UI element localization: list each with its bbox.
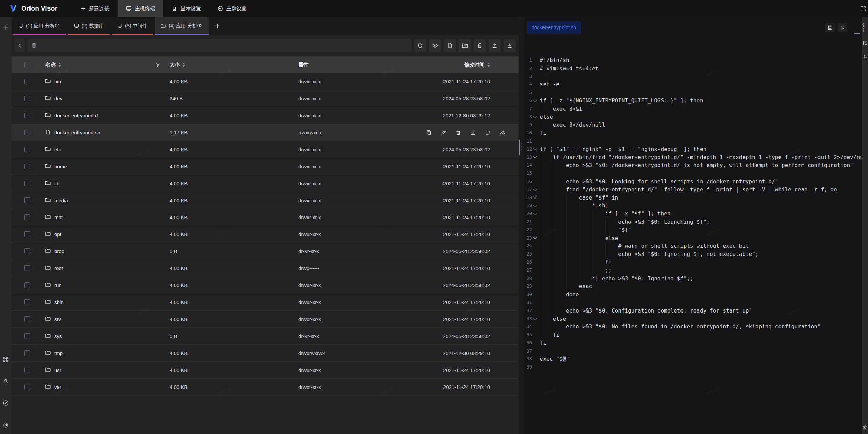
back-icon[interactable] xyxy=(15,39,25,52)
table-row[interactable]: run 4.00 KB drwxr-xr-x 2024-05-28 23:58:… xyxy=(12,277,519,294)
row-checkbox[interactable] xyxy=(24,367,30,373)
copy-icon[interactable] xyxy=(426,130,432,135)
table-row[interactable]: sys 0 B dr-xr-xr-x 2024-05-28 23:58:02 xyxy=(12,328,519,345)
fold-chevron-icon[interactable] xyxy=(532,250,538,258)
table-row[interactable]: media 4.00 KB drwxr-xr-x 2021-11-24 17:2… xyxy=(12,192,519,209)
table-row[interactable]: mnt 4.00 KB drwxr-xr-x 2021-11-24 17:20:… xyxy=(12,209,519,226)
table-row[interactable]: proc 0 B dr-xr-xr-x 2024-05-28 23:58:02 xyxy=(12,243,519,260)
menu-display-settings[interactable]: 显示设置 xyxy=(163,0,209,17)
path-input[interactable] xyxy=(39,42,407,49)
command-icon[interactable]: ⌘ xyxy=(2,356,9,363)
fold-chevron-icon[interactable] xyxy=(532,129,538,137)
row-checkbox[interactable] xyxy=(24,350,30,356)
fold-chevron-icon[interactable] xyxy=(532,137,538,145)
fold-chevron-icon[interactable] xyxy=(532,275,538,283)
row-checkbox[interactable] xyxy=(24,164,30,169)
fold-chevron-icon[interactable] xyxy=(532,210,538,218)
fold-chevron-icon[interactable] xyxy=(532,153,538,162)
upload-icon[interactable] xyxy=(489,39,501,52)
row-checkbox[interactable] xyxy=(24,96,30,101)
tab-session-2[interactable]: (2) 数据库 xyxy=(68,17,110,35)
menu-host-terminal[interactable]: 主机终端 xyxy=(118,0,163,17)
row-checkbox[interactable] xyxy=(24,79,30,84)
close-icon[interactable] xyxy=(838,23,847,32)
code-editor[interactable]: 1 #!/bin/sh 2 # vim:sw=4:ts=4:et 3 4 set… xyxy=(525,56,862,434)
add-icon[interactable] xyxy=(2,23,10,31)
save-icon[interactable] xyxy=(825,23,835,32)
sort-icon[interactable] xyxy=(182,63,185,67)
fold-chevron-icon[interactable] xyxy=(532,307,538,315)
select-all-checkbox[interactable] xyxy=(24,62,30,68)
fold-chevron-icon[interactable] xyxy=(532,56,538,64)
screenshot-camera-icon[interactable] xyxy=(863,425,868,430)
table-scrollbar-thumb[interactable] xyxy=(519,140,520,155)
fold-chevron-icon[interactable] xyxy=(532,73,538,81)
fold-chevron-icon[interactable] xyxy=(532,242,538,250)
download-icon[interactable] xyxy=(504,39,516,52)
row-checkbox[interactable] xyxy=(24,214,30,220)
table-row[interactable]: var 4.00 KB drwxr-xr-x 2021-11-24 17:20:… xyxy=(12,379,519,396)
fullscreen-icon[interactable] xyxy=(859,4,867,13)
row-checkbox[interactable] xyxy=(24,147,30,152)
row-checkbox[interactable] xyxy=(24,231,30,237)
row-checkbox[interactable] xyxy=(24,248,30,254)
fold-chevron-icon[interactable] xyxy=(532,186,538,194)
table-row[interactable]: tmp 4.00 KB drwxrwxrwx 2021-12-30 03:29:… xyxy=(12,345,519,362)
divider-drag-handle[interactable] xyxy=(521,143,522,150)
menu-theme-settings[interactable]: 主题设置 xyxy=(209,0,255,17)
fold-chevron-icon[interactable] xyxy=(532,169,538,177)
table-row[interactable]: srv 4.00 KB drwxr-xr-x 2021-11-24 17:20:… xyxy=(12,311,519,328)
table-row[interactable]: docker-entrypoint.sh 1.17 KB -rwxrwxr-x xyxy=(12,124,519,141)
column-header-size[interactable]: 大小 xyxy=(170,56,185,73)
delete-trash-icon[interactable] xyxy=(474,39,486,52)
sort-icon[interactable] xyxy=(58,63,61,67)
fold-chevron-icon[interactable] xyxy=(532,282,538,290)
delete-trash-icon[interactable] xyxy=(456,130,461,135)
gear-icon[interactable] xyxy=(2,421,10,429)
row-checkbox[interactable] xyxy=(24,265,30,271)
fold-chevron-icon[interactable] xyxy=(532,202,538,210)
table-row[interactable]: usr 4.00 KB drwxr-xr-x 2021-11-24 17:20:… xyxy=(12,362,519,379)
fold-chevron-icon[interactable] xyxy=(532,121,538,129)
table-row[interactable]: bin 4.00 KB drwxr-xr-x 2021-11-24 17:20:… xyxy=(12,73,519,90)
fold-chevron-icon[interactable] xyxy=(532,177,538,186)
row-checkbox[interactable] xyxy=(24,181,30,186)
new-tab-icon[interactable] xyxy=(211,17,225,35)
row-checkbox[interactable] xyxy=(24,384,30,390)
fold-chevron-icon[interactable] xyxy=(532,218,538,226)
fold-chevron-icon[interactable] xyxy=(532,194,538,202)
doc-bookmark-icon[interactable] xyxy=(863,41,868,46)
refresh-icon[interactable] xyxy=(414,39,426,52)
table-row[interactable]: sbin 4.00 KB drwxr-xr-x 2021-11-24 17:20… xyxy=(12,294,519,311)
table-row[interactable]: etc 4.00 KB drwxr-xr-x 2024-05-28 23:58:… xyxy=(12,141,519,158)
display-settings-icon[interactable] xyxy=(2,377,10,385)
menu-new-connection[interactable]: 新建连接 xyxy=(72,0,118,17)
table-row[interactable]: lib 4.00 KB drwxr-xr-x 2021-11-24 17:20:… xyxy=(12,175,519,192)
row-checkbox[interactable] xyxy=(24,130,30,135)
download-icon[interactable] xyxy=(470,130,476,135)
braces-icon[interactable]: { } xyxy=(862,22,868,32)
row-checkbox[interactable] xyxy=(24,282,30,288)
fold-chevron-icon[interactable] xyxy=(532,64,538,73)
fold-chevron-icon[interactable] xyxy=(532,266,538,275)
fold-chevron-icon[interactable] xyxy=(532,145,538,153)
fold-chevron-icon[interactable] xyxy=(532,161,538,169)
row-checkbox[interactable] xyxy=(24,113,30,118)
editor-file-tab[interactable]: docker-entrypoint.sh xyxy=(527,21,581,34)
fold-chevron-icon[interactable] xyxy=(532,105,538,113)
fold-chevron-icon[interactable] xyxy=(532,323,538,331)
tab-session-1[interactable]: (1) 应用-分析01 xyxy=(13,17,66,35)
permissions-users-icon[interactable] xyxy=(499,130,505,135)
fold-chevron-icon[interactable] xyxy=(532,226,538,234)
table-row[interactable]: dev 340 B drwxr-xr-x 2024-05-28 23:58:02 xyxy=(12,90,519,107)
table-row[interactable]: home 4.00 KB drwxr-xr-x 2021-11-24 17:20… xyxy=(12,158,519,175)
fold-chevron-icon[interactable] xyxy=(532,290,538,299)
preview-eye-icon[interactable] xyxy=(429,39,441,52)
filter-funnel-icon[interactable] xyxy=(155,62,160,68)
fold-chevron-icon[interactable] xyxy=(532,80,538,89)
table-row[interactable]: docker-entrypoint.d 4.00 KB drwxr-xr-x 2… xyxy=(12,107,519,124)
new-file-icon[interactable] xyxy=(444,39,456,52)
row-checkbox[interactable] xyxy=(24,333,30,339)
edit-pencil-icon[interactable] xyxy=(441,130,447,135)
row-checkbox[interactable] xyxy=(24,197,30,203)
